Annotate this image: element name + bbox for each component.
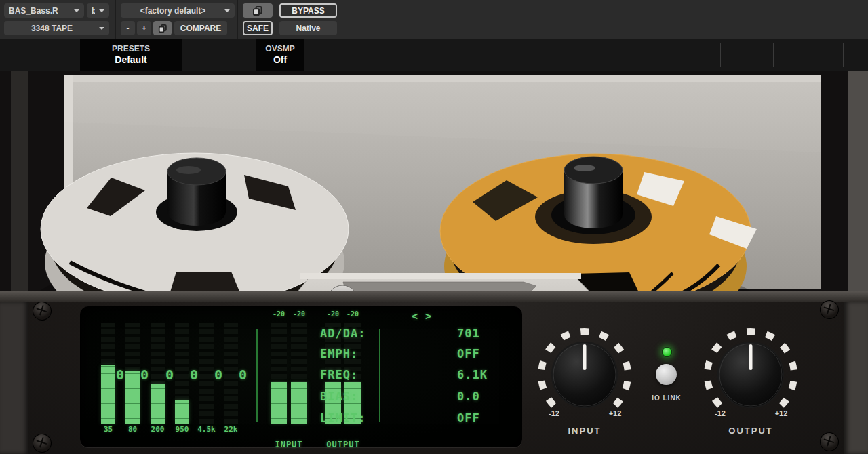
param-label: EMPH: (320, 347, 358, 360)
band-peak-value: 0 (214, 368, 222, 381)
meter-track (224, 323, 238, 424)
safe-button[interactable]: SAFE (243, 21, 273, 35)
plugin-window: BAS_Bass.R b 3348 TAPE <factory default>… (0, 0, 868, 454)
compare-button[interactable]: COMPARE (174, 21, 227, 35)
param-value: 6.1K (457, 368, 488, 381)
io-link-label: IO LINK (639, 394, 694, 402)
copy-icon (252, 5, 263, 16)
band-peak-value: 0 (239, 368, 247, 381)
track-name-label: BAS_Bass.R (9, 6, 70, 16)
band-frequency-label: 950 (170, 425, 195, 434)
toolbar-divider (237, 0, 238, 39)
band-frequency-label: 80 (120, 425, 145, 434)
preset-menu-label: <factory default> (125, 6, 220, 16)
channel-menu[interactable]: b (87, 3, 109, 18)
preset-menu[interactable]: <factory default> (121, 3, 235, 18)
param-value: OFF (457, 347, 480, 360)
band-peak-value: 0 (116, 368, 124, 381)
meter-track (199, 323, 214, 424)
band-frequency-label: 200 (145, 425, 170, 434)
param-value: 0.0 (457, 390, 480, 403)
chevron-down-icon (224, 9, 230, 15)
ovsmp-label: OVSMP (265, 44, 294, 54)
page-prev-arrow[interactable]: < (412, 310, 418, 323)
param-label: LIMIT: (320, 411, 366, 425)
copy-icon (158, 24, 167, 33)
param-row-freq[interactable]: FREQ: 6.1K (320, 368, 510, 381)
param-row-adda[interactable]: AD/DA: 701 (320, 327, 510, 340)
toolbar-divider (773, 43, 774, 67)
plugin-toolbar: PRESETS Default OVSMP Off MIX 100% (0, 39, 868, 71)
head-block (295, 273, 593, 291)
param-value: 701 (457, 327, 480, 340)
right-rail (848, 71, 868, 291)
input-meter-label: INPUT (265, 440, 313, 449)
plugin-name-menu[interactable]: 3348 TAPE (4, 21, 109, 35)
band-peak-value: 0 (140, 368, 149, 381)
band-frequency-label: 4.5k (194, 425, 219, 434)
preset-prev-button[interactable]: - (121, 21, 135, 35)
meter-bar (151, 384, 165, 424)
panel-lip (0, 291, 868, 302)
meter-bar (175, 400, 189, 424)
format-button[interactable]: Native (279, 21, 337, 35)
settings-copy-button[interactable] (243, 3, 273, 18)
page-next-arrow[interactable]: > (425, 310, 431, 323)
presets-label: PRESETS (112, 44, 150, 54)
input-knob-label: INPUT (551, 426, 618, 436)
oversampling-toggle[interactable]: OVSMP Off (256, 39, 304, 71)
toolbar-divider (843, 43, 844, 67)
chevron-down-icon (99, 27, 104, 33)
output-max-label: +12 (768, 409, 795, 417)
meter-bar (125, 371, 140, 424)
meter-display-screen: 0 35 0 80 0 200 0 950 0 4.5k (80, 306, 522, 447)
io-link-led (662, 347, 672, 357)
band-peak-value: 0 (165, 368, 174, 381)
ovsmp-value: Off (273, 54, 287, 66)
tape-machine-graphic (0, 71, 868, 291)
param-row-limit[interactable]: LIMIT: OFF (320, 411, 510, 425)
host-toolbar: BAS_Bass.R b 3348 TAPE <factory default>… (0, 0, 868, 39)
panel-left-rail (0, 302, 28, 454)
toolbar-divider (720, 43, 721, 67)
chevron-down-icon (99, 9, 104, 15)
input-max-label: +12 (601, 409, 629, 417)
headroom-label: -20 (341, 310, 364, 318)
band-frequency-label: 22k (218, 425, 243, 434)
param-label: BIAS: (320, 390, 358, 403)
track-name-menu[interactable]: BAS_Bass.R (4, 3, 84, 18)
output-knob-label: OUTPUT (717, 426, 785, 436)
band-frequency-label: 35 (96, 425, 121, 434)
panel-right-rail (844, 302, 868, 454)
presets-menu[interactable]: PRESETS Default (80, 39, 182, 71)
param-row-bias[interactable]: BIAS: 0.0 (320, 390, 510, 403)
param-row-emph[interactable]: EMPH: OFF (320, 347, 510, 360)
copy-preset-button[interactable] (153, 21, 172, 35)
bypass-button[interactable]: BYPASS (279, 3, 337, 18)
headroom-label: -20 (267, 310, 290, 318)
meter-bar (101, 365, 115, 424)
preset-value: Default (115, 54, 146, 66)
param-value: OFF (457, 411, 480, 425)
param-label: FREQ: (320, 368, 358, 381)
display-divider (256, 329, 258, 422)
headroom-label: -20 (288, 310, 311, 318)
channel-label: b (92, 6, 95, 16)
input-min-label: -12 (540, 409, 568, 417)
chevron-down-icon (74, 9, 79, 15)
knob-pointer (583, 344, 587, 370)
band-peak-value: 0 (190, 368, 198, 381)
meter-bar (291, 382, 307, 424)
knob-pointer (749, 344, 753, 370)
plugin-name-label: 3348 TAPE (9, 24, 95, 33)
left-rail (11, 71, 28, 291)
output-min-label: -12 (707, 409, 734, 417)
toolbar-divider (115, 0, 116, 39)
io-link-button[interactable] (656, 364, 677, 385)
param-label: AD/DA: (320, 327, 366, 340)
meter-bar (271, 382, 287, 424)
output-meter-label: OUTPUT (319, 440, 367, 449)
preset-next-button[interactable]: + (137, 21, 151, 35)
display-page-nav: < > (412, 310, 431, 323)
